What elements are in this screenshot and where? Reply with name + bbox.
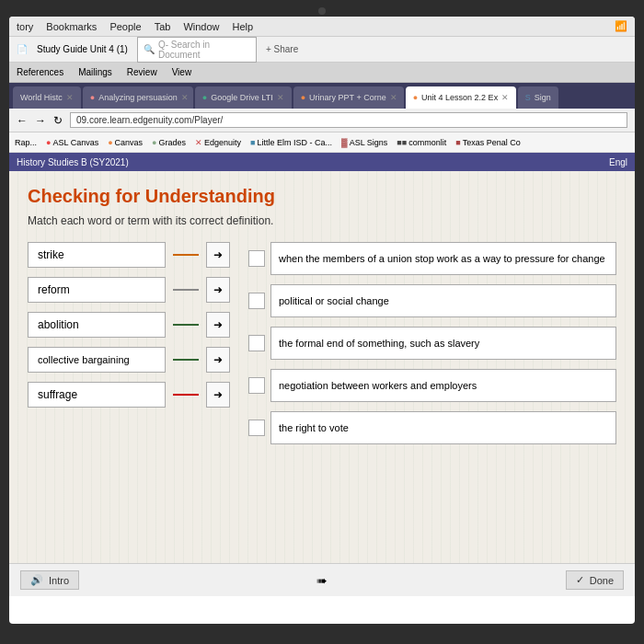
connector-suffrage [173, 394, 199, 396]
close-icon[interactable]: ✕ [390, 93, 397, 102]
intro-button[interactable]: 🔊 Intro [20, 570, 79, 590]
browser-tab-gdrive[interactable]: ● Google Drive LTI ✕ [195, 86, 292, 109]
def-text-2: the formal end of something, such as sla… [279, 338, 479, 349]
close-icon[interactable]: ✕ [181, 93, 189, 102]
laptop-frame: tory Bookmarks People Tab Window Help 📶 … [0, 0, 644, 644]
instruction: Match each word or term with its correct… [28, 214, 616, 227]
bottom-bar: 🔊 Intro ➠ ✓ Done [9, 563, 635, 596]
laptop-camera [318, 7, 326, 15]
browser-tab-analyzing[interactable]: ● Analyzing persuasion ✕ [83, 86, 193, 109]
bookmarks-bar: Rap... ●ASL Canvas ●Canvas ●Grades ✕Edge… [9, 132, 635, 153]
tab-label: Google Drive LTI [211, 93, 272, 102]
back-icon[interactable]: ← [17, 114, 28, 127]
bookmark-aslsigns[interactable]: ▓ASL Signs [341, 138, 387, 147]
cursor-icon: ➠ [316, 573, 328, 588]
browser-tab-worldhisto[interactable]: World Histc ✕ [13, 86, 81, 109]
menu-item-window[interactable]: Window [183, 21, 219, 32]
arrow-btn-abolition[interactable]: ➜ [206, 312, 230, 338]
right-definitions: when the members of a union stop work as… [248, 242, 616, 444]
close-icon[interactable]: ✕ [66, 93, 74, 102]
browser-tabs: World Histc ✕ ● Analyzing persuasion ✕ ●… [9, 83, 635, 109]
def-checkbox-3[interactable] [248, 377, 265, 394]
def-row-3: negotiation between workers and employer… [248, 369, 616, 402]
app-header-right: Engl [609, 157, 627, 167]
close-icon[interactable]: ✕ [501, 93, 509, 102]
term-row-collective: collective bargaining ➜ [28, 347, 230, 373]
def-box-3: negotiation between workers and employer… [270, 369, 616, 402]
def-box-4: the right to vote [270, 411, 616, 444]
left-terms: strike ➜ reform ➜ abolit [28, 242, 230, 444]
connector-abolition [173, 324, 199, 326]
def-text-0: when the members of a union stop work as… [279, 253, 605, 264]
bookmark-grades[interactable]: ●Grades [152, 138, 186, 147]
page-title: Checking for Understanding [28, 186, 616, 207]
def-row-4: the right to vote [248, 411, 616, 444]
bookmark-littleelm[interactable]: ■Little Elm ISD - Ca... [250, 138, 332, 147]
forward-icon[interactable]: → [35, 114, 46, 127]
done-button[interactable]: ✓ Done [566, 570, 624, 590]
arrow-btn-suffrage[interactable]: ➜ [206, 382, 230, 408]
tab-label: World Histc [20, 93, 63, 102]
tab-icon: ● [301, 93, 305, 102]
tab-icon: ● [413, 93, 418, 102]
share-btn[interactable]: + Share [266, 44, 298, 54]
address-input[interactable] [70, 112, 627, 128]
term-label-collective: collective bargaining [38, 354, 130, 365]
tab-view[interactable]: View [172, 67, 192, 77]
arrow-btn-reform[interactable]: ➜ [206, 277, 230, 303]
tab-review[interactable]: Review [127, 67, 157, 77]
def-box-0: when the members of a union stop work as… [270, 242, 616, 275]
def-checkbox-1[interactable] [248, 293, 265, 309]
browser-tab-urinary[interactable]: ● Urinary PPT + Corne ✕ [293, 86, 404, 109]
bookmark-rap[interactable]: Rap... [15, 138, 37, 147]
menu-item-tab[interactable]: Tab [155, 21, 171, 32]
intro-label: Intro [49, 575, 69, 586]
tab-label: Urinary PPT + Corne [309, 93, 386, 102]
reload-icon[interactable]: ↻ [53, 114, 63, 127]
bookmark-commonlit[interactable]: ■■commonlit [397, 138, 446, 147]
menu-item-tory[interactable]: tory [17, 21, 33, 32]
browser-tab-unit4[interactable]: ● Unit 4 Lesson 2.2 Ex ✕ [406, 86, 516, 109]
close-icon[interactable]: ✕ [277, 93, 284, 102]
menu-item-people[interactable]: People [109, 21, 141, 32]
doc-title: Study Guide Unit 4 (1) [37, 44, 128, 54]
term-label-abolition: abolition [38, 318, 79, 331]
term-box-collective: collective bargaining [28, 347, 166, 373]
def-checkbox-4[interactable] [248, 420, 265, 436]
term-label-reform: reform [38, 283, 70, 296]
tab-icon: S [525, 93, 531, 102]
def-checkbox-0[interactable] [248, 250, 265, 267]
bookmark-aslcanvas[interactable]: ●ASL Canvas [46, 138, 98, 147]
term-row-reform: reform ➜ [28, 277, 230, 303]
search-placeholder: Q- Search in Document [158, 40, 250, 60]
term-label-suffrage: suffrage [38, 388, 77, 401]
tab-references[interactable]: References [17, 67, 63, 77]
term-row-strike: strike ➜ [28, 242, 230, 268]
term-box-suffrage: suffrage [28, 382, 166, 408]
def-checkbox-2[interactable] [248, 335, 265, 351]
bookmark-edgenuity[interactable]: ✕Edgenuity [195, 138, 241, 147]
browser-tab-sign[interactable]: S Sign [518, 86, 558, 109]
menu-item-help[interactable]: Help [233, 21, 254, 32]
def-row-0: when the members of a union stop work as… [248, 242, 616, 275]
arrow-btn-collective[interactable]: ➜ [206, 347, 230, 373]
menu-item-bookmarks[interactable]: Bookmarks [46, 21, 97, 32]
bookmark-texaspenal[interactable]: ■Texas Penal Co [455, 138, 520, 147]
def-box-2: the formal end of something, such as sla… [270, 327, 616, 360]
arrow-btn-strike[interactable]: ➜ [206, 242, 230, 268]
course-title: History Studies B (SY2021) [17, 157, 129, 167]
tab-label: Unit 4 Lesson 2.2 Ex [421, 93, 498, 102]
term-row-abolition: abolition ➜ [28, 312, 230, 338]
search-icon: 🔍 [144, 44, 155, 54]
word-tabs: References Mailings Review View [9, 63, 635, 83]
tab-icon: ● [202, 93, 207, 102]
def-row-1: political or social change [248, 284, 616, 317]
tab-mailings[interactable]: Mailings [78, 67, 112, 77]
main-content: Checking for Understanding Match each wo… [9, 171, 635, 596]
search-box[interactable]: 🔍 Q- Search in Document [137, 37, 257, 63]
def-text-1: political or social change [279, 295, 389, 306]
def-text-3: negotiation between workers and employer… [279, 380, 477, 391]
bookmark-canvas[interactable]: ●Canvas [108, 138, 143, 147]
word-toolbar: 📄 Study Guide Unit 4 (1) 🔍 Q- Search in … [9, 37, 635, 63]
tab-label: Sign [535, 93, 551, 102]
